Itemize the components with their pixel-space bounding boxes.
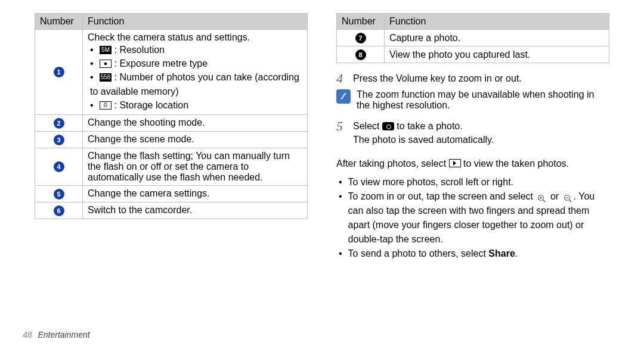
row-number-6: 6 (54, 205, 64, 216)
row-1-item-resolution: 5M : Resolution (90, 43, 302, 57)
th-number: Number (35, 14, 83, 30)
step-4-number: 4 (336, 71, 347, 86)
after-bullets: To view more photos, scroll left or righ… (336, 175, 609, 261)
section-label: Entertainment (38, 330, 89, 339)
page-footer: 48 Entertainment (23, 330, 90, 339)
page-number: 48 (23, 330, 32, 339)
step-5-text: Select to take a photo. The photo is sav… (353, 119, 494, 147)
play-icon (449, 159, 461, 167)
th-function: Function (83, 14, 308, 30)
camera-icon (382, 122, 394, 130)
row-number-5: 5 (54, 189, 64, 200)
table-row: 5 Change the camera settings. (35, 185, 308, 202)
th-function: Function (385, 14, 609, 30)
after-paragraph: After taking photos, select to view the … (336, 157, 609, 170)
right-column: Number Function 7 Capture a photo. 8 Vie… (336, 13, 609, 261)
left-table: Number Function 1 Check the camera statu… (35, 13, 308, 219)
row-4-text: Change the flash setting; You can manual… (83, 148, 308, 185)
table-row: 7 Capture a photo. (337, 30, 609, 46)
table-row: 1 Check the camera status and settings. … (35, 30, 308, 115)
step-4-note-text: The zoom function may be unavailable whe… (357, 89, 609, 111)
share-label: Share (488, 248, 515, 258)
step-4-text: Press the Volume key to zoom in or out. (353, 71, 522, 86)
table-row: 4 Change the flash setting; You can manu… (35, 148, 308, 185)
row-5-text: Change the camera settings. (83, 185, 308, 202)
row-8-text: View the photo you captured last. (385, 46, 609, 63)
svg-line-5 (569, 200, 571, 202)
zoom-out-icon (562, 194, 574, 202)
row-number-8: 8 (355, 49, 366, 60)
row-7-text: Capture a photo. (385, 30, 609, 46)
step-5-number: 5 (336, 119, 347, 147)
step-5: 5 Select to take a photo. The photo is s… (336, 119, 609, 147)
table-header-row: Number Function (337, 14, 609, 30)
row-1-item-exposure: : Exposure metre type (90, 57, 302, 70)
table-row: 8 View the photo you captured last. (337, 46, 609, 63)
bullet-3: To send a photo to others, select Share. (339, 247, 609, 261)
row-1-item-storage: ⎙ : Storage location (90, 98, 302, 112)
left-column: Number Function 1 Check the camera statu… (35, 13, 308, 261)
table-header-row: Number Function (35, 14, 308, 30)
resolution-icon: 5M (100, 46, 112, 54)
storage-icon: ⎙ (100, 101, 112, 110)
row-6-text: Switch to the camcorder. (83, 202, 308, 219)
table-row: 6 Switch to the camcorder. (35, 202, 308, 219)
zoom-in-icon (535, 194, 547, 202)
counter-icon: 558 (100, 73, 112, 82)
row-number-1: 1 (54, 67, 64, 77)
table-row: 2 Change the shooting mode. (35, 114, 308, 131)
exposure-icon (100, 60, 112, 68)
row-number-7: 7 (355, 33, 366, 43)
row-1-sublist: 5M : Resolution : Exposure metre type 55… (88, 43, 302, 112)
step-5-line2: The photo is saved automatically. (353, 135, 494, 145)
step-4: 4 Press the Volume key to zoom in or out… (336, 71, 609, 86)
row-1-intro: Check the camera status and settings. (88, 32, 302, 43)
right-table: Number Function 7 Capture a photo. 8 Vie… (336, 13, 609, 63)
bullet-2: To zoom in or out, tap the screen and se… (339, 189, 609, 247)
svg-line-1 (543, 200, 546, 202)
table-row: 3 Change the scene mode. (35, 131, 308, 148)
row-number-3: 3 (54, 135, 64, 145)
step-4-note: The zoom function may be unavailable whe… (336, 89, 609, 111)
note-icon (336, 89, 351, 104)
bullet-1: To view more photos, scroll left or righ… (339, 175, 609, 189)
row-1-item-counter: 558 : Number of photos you can take (acc… (90, 70, 302, 98)
row-number-2: 2 (54, 118, 64, 129)
row-number-4: 4 (54, 161, 64, 172)
th-number: Number (337, 14, 385, 30)
row-3-text: Change the scene mode. (83, 131, 308, 148)
page-content: Number Function 1 Check the camera statu… (0, 0, 644, 261)
row-2-text: Change the shooting mode. (83, 114, 308, 131)
